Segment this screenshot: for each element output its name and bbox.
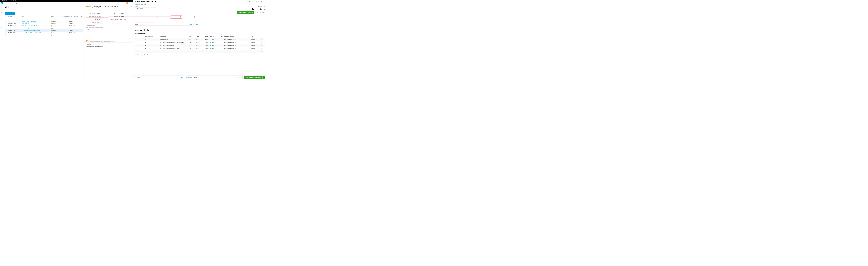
delete-row-icon[interactable]: 🗑: [261, 48, 262, 49]
row-name-link[interactable]: Permit PO-PA001: [22, 23, 29, 24]
nav-report-icon[interactable]: ☰: [1, 24, 2, 25]
nav-home-icon[interactable]: ⌂: [1, 6, 2, 7]
row-checkbox[interactable]: [5, 21, 6, 22]
view-link[interactable]: View: [212, 48, 214, 49]
schedule-payment-button[interactable]: Schedule online payment: [238, 11, 254, 14]
table-row[interactable]: SC-01-01 Sitework Contract 2024 Dec-PA00…: [5, 20, 83, 22]
add-attr-icon[interactable]: ✦: [131, 25, 132, 26]
linked-po-link[interactable]: 1 linked Purchase Order: [133, 4, 267, 5]
delete-row-icon[interactable]: 🗑: [261, 51, 262, 52]
nav-change-icon[interactable]: ⇄: [1, 14, 2, 16]
row-menu-icon[interactable]: ⋮: [48, 30, 49, 31]
app-switcher-icon[interactable]: ⋮⋮⋮: [129, 2, 133, 4]
row-menu-icon[interactable]: ⋮: [48, 32, 49, 33]
row-name-link[interactable]: PO dup C0 budget code test-PA001: [22, 25, 37, 26]
view-link[interactable]: View: [212, 39, 214, 40]
billable-checkbox[interactable]: ✓: [210, 45, 211, 46]
user-avatar[interactable]: AA: [126, 2, 128, 4]
forecast-date-input[interactable]: 📅 Dec 30,… ▾: [94, 19, 103, 21]
save-schedule-dropdown[interactable]: ▾: [262, 76, 265, 79]
batch-create-dropdown[interactable]: ▾: [14, 12, 16, 15]
tab-commitment[interactable]: Commitment: [5, 9, 10, 11]
col-name[interactable]: Name: [21, 15, 48, 18]
save-button[interactable]: Save: [236, 76, 243, 79]
row-menu-icon[interactable]: ⋮: [48, 23, 49, 24]
col-number[interactable]: Number ↑: [8, 15, 21, 18]
drag-handle-icon[interactable]: ⋮⋮: [136, 51, 138, 52]
category-details-toggle[interactable]: ▸Category details: [133, 28, 267, 32]
notes-textarea[interactable]: [86, 31, 132, 37]
paid-date-input[interactable]: 📅 DD/MM… ▾: [94, 22, 103, 24]
row-name-link[interactable]: Concrete Materials & Equipment PO-PA002: [22, 32, 41, 33]
close-icon[interactable]: ✕: [131, 6, 132, 8]
row-name-link[interactable]: Concrete Multiline-PA001: [22, 34, 33, 35]
row-name-link[interactable]: PO dup C0 budget code test-PA002: [22, 28, 37, 29]
nav-budget-icon[interactable]: ◔: [1, 9, 2, 10]
due-date-input[interactable]: 12/31/2024📅: [185, 16, 196, 18]
comments-toggle[interactable]: ▾Comments: [86, 38, 132, 39]
row-menu-icon[interactable]: ⋮: [48, 34, 49, 36]
mark-paid-button[interactable]: Mark as paid: [255, 11, 265, 14]
mailing-address-textarea[interactable]: ACME Concrete: [135, 16, 155, 23]
drag-handle-icon[interactable]: ⋮⋮: [136, 45, 138, 46]
row-name-link[interactable]: Concrete Materials & Equipment PO-PA001: [22, 30, 41, 31]
comment-input[interactable]: Add a comment. Use @ to mention a user, …: [88, 40, 132, 42]
expand-link[interactable]: Expand: [86, 9, 89, 10]
col-settings-icon[interactable]: ⚙: [80, 15, 83, 18]
col-payment-due[interactable]: Current Payment Due: [59, 15, 73, 18]
col-schedule[interactable]: Schedule: [73, 15, 80, 18]
edit-row-icon[interactable]: ✎: [259, 48, 260, 49]
clear-lines-button[interactable]: Clear all lines: [143, 54, 151, 56]
add-lines-button[interactable]: Add lines: [135, 54, 142, 56]
edit-row-icon[interactable]: ✎: [259, 42, 260, 43]
tab-job-cost[interactable]: Job Cost: [26, 9, 30, 11]
nav-expand-icon[interactable]: →|: [1, 78, 2, 80]
select-all-checkbox[interactable]: [5, 16, 6, 17]
billable-checkbox[interactable]: ✓: [210, 39, 211, 40]
line-row[interactable]: ⋮⋮ 1 04 Concrete Mixers 2.5 1000.00 $2,5…: [135, 38, 265, 41]
view-link[interactable]: View: [212, 42, 214, 43]
table-row[interactable]: Test-PO-Multiline-… Concrete Multiline-P…: [5, 34, 83, 36]
table-row[interactable]: Test PO-1 YY-02 Concrete Materials & Equ…: [5, 32, 83, 34]
integration-toggle[interactable]: ▾Integration: [86, 44, 132, 45]
billable-checkbox[interactable]: ✓: [210, 42, 211, 43]
delete-row-icon[interactable]: 🗑: [261, 42, 262, 43]
col-status[interactable]: Status: [51, 15, 59, 18]
edit-row-icon[interactable]: ✎: [259, 45, 260, 46]
delete-row-icon[interactable]: 🗑: [261, 45, 262, 46]
tab-trade-partner[interactable]: Trade Partner Pay App: [13, 9, 24, 11]
project-name[interactable]: Test Project:ACC <> QBO SCOs: [5, 2, 22, 4]
more-link[interactable]: More: [194, 77, 197, 78]
table-row[interactable]: Test PO-05-YY-01 PO dup C0 budget code t…: [5, 25, 83, 27]
notes-toggle[interactable]: ▾Notes: [86, 29, 132, 30]
save-schedule-button[interactable]: Save and schedule payment: [244, 76, 262, 79]
nav-settings-icon[interactable]: ⚙: [1, 27, 2, 28]
nav-doc-icon[interactable]: 📄: [1, 18, 2, 19]
tags-input[interactable]: Start typing to add a tag: [135, 26, 192, 28]
nav-cost-icon[interactable]: ◎: [1, 12, 2, 13]
custom-attrs-toggle[interactable]: ▾Custom Attributes ✦: [86, 25, 132, 26]
line-row[interactable]: ⋮⋮ 5 ✎ 🗑: [135, 50, 265, 53]
status-pill[interactable]: Approved: [86, 6, 92, 7]
row-checkbox[interactable]: [5, 25, 6, 26]
row-checkbox[interactable]: [5, 30, 6, 31]
back-icon[interactable]: ↻: [135, 1, 136, 3]
row-menu-icon[interactable]: ⋮: [48, 28, 49, 29]
nav-copy-icon[interactable]: ⧉: [1, 21, 2, 22]
billable-checkbox[interactable]: ✓: [210, 48, 211, 49]
edit-row-icon[interactable]: ✎: [259, 51, 260, 52]
table-row[interactable]: Test PO-04-YY-01 Permit PO-PA001 ⋮ Appro…: [5, 22, 83, 25]
collapse-link[interactable]: Collapse: [90, 9, 93, 10]
row-checkbox[interactable]: [5, 34, 6, 35]
row-checkbox[interactable]: [5, 23, 6, 24]
item-details-toggle[interactable]: ▾Item details: [133, 32, 267, 36]
row-menu-icon[interactable]: ⋮: [48, 25, 49, 26]
manage-tags-link[interactable]: Manage tags: [190, 24, 198, 25]
table-row[interactable]: Test PO-05-YY-02 PO dup C0 budget code t…: [5, 27, 83, 29]
globe-icon[interactable]: ⊕: [23, 2, 24, 4]
help-icon[interactable]: ?: [261, 1, 262, 3]
settings-icon[interactable]: ⚙: [258, 1, 259, 3]
dates-section-toggle[interactable]: ▾Dates: [86, 11, 132, 12]
line-row[interactable]: ⋮⋮ 2 04 CO 0002 Concrete Materials Price…: [135, 41, 265, 44]
tags-info-icon[interactable]: i: [139, 24, 140, 25]
